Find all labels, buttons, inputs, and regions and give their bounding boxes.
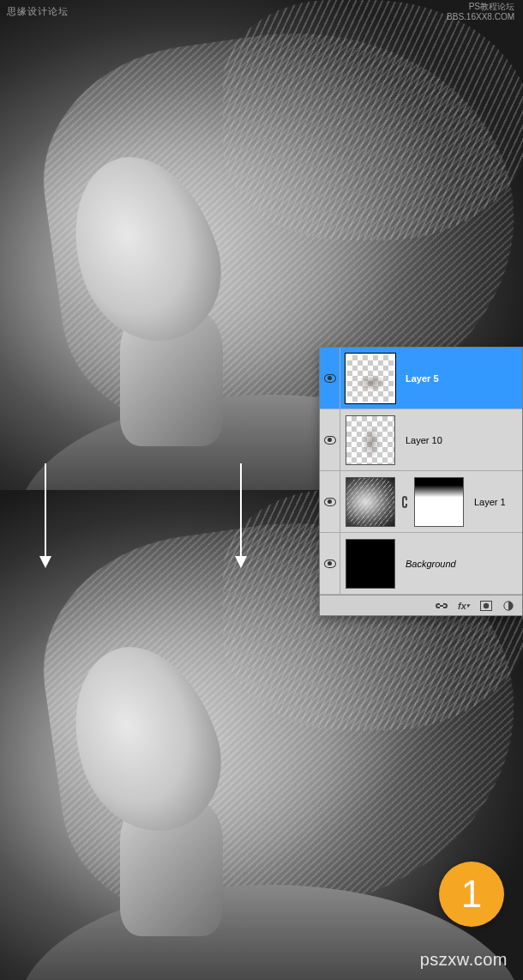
arrow-down-icon bbox=[45, 463, 46, 566]
layer-name[interactable]: Layer 10 bbox=[406, 435, 442, 445]
layer-thumbnail[interactable] bbox=[346, 477, 395, 527]
layer-row[interactable]: Layer 5 bbox=[320, 348, 522, 409]
step-number-badge: 1 bbox=[439, 862, 504, 927]
eye-icon bbox=[324, 498, 336, 506]
layer-name[interactable]: Background bbox=[406, 559, 456, 569]
watermark-top-right: PS教程论坛 BBS.16XX8.COM bbox=[447, 2, 514, 22]
layer-row[interactable]: Layer 1 bbox=[320, 471, 522, 533]
watermark-top-left: 思缘设计论坛 bbox=[7, 5, 69, 18]
watermark-tr-line2: BBS.16XX8.COM bbox=[447, 12, 514, 22]
eye-icon bbox=[324, 560, 336, 568]
layer-mask-thumbnail[interactable] bbox=[414, 477, 464, 527]
watermark-tr-line1: PS教程论坛 bbox=[447, 2, 514, 12]
layer-thumbnail[interactable] bbox=[346, 539, 395, 589]
layer-row[interactable]: Layer 10 bbox=[320, 409, 522, 471]
visibility-toggle[interactable] bbox=[320, 471, 340, 532]
layer-thumbnail[interactable] bbox=[346, 415, 395, 465]
layer-thumbnail[interactable] bbox=[346, 354, 395, 403]
layers-panel: Layer 5 Layer 10 Layer 1 Background fx▾ bbox=[319, 347, 523, 616]
visibility-toggle[interactable] bbox=[320, 409, 340, 470]
mask-icon[interactable] bbox=[479, 599, 493, 613]
layer-name[interactable]: Layer 5 bbox=[406, 373, 439, 384]
link-layers-icon[interactable] bbox=[435, 599, 448, 613]
visibility-toggle[interactable] bbox=[320, 533, 340, 594]
adjustment-icon[interactable] bbox=[502, 599, 515, 613]
link-icon bbox=[400, 477, 409, 527]
visibility-toggle[interactable] bbox=[320, 348, 340, 408]
watermark-bottom: pszxw.com bbox=[420, 950, 508, 970]
arrow-down-icon bbox=[240, 463, 242, 566]
eye-icon bbox=[324, 374, 336, 383]
layer-name[interactable]: Layer 1 bbox=[474, 497, 506, 507]
layer-row[interactable]: Background bbox=[320, 533, 522, 595]
svg-point-1 bbox=[484, 602, 489, 608]
eye-icon bbox=[324, 436, 336, 445]
fx-icon[interactable]: fx▾ bbox=[457, 599, 471, 613]
layers-panel-footer: fx▾ bbox=[320, 595, 522, 615]
